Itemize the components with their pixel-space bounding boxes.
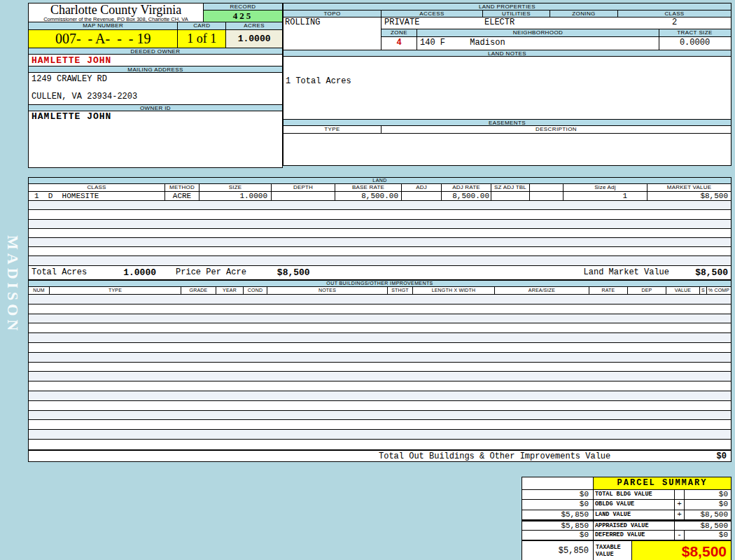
neighborhood-code: 140 F — [420, 38, 445, 48]
col-length-width: LENGTH X WIDTH — [413, 287, 495, 294]
cell-adj-rate: 8,500.00 — [442, 192, 491, 200]
county-title: Charlotte County Virginia — [29, 4, 203, 16]
prior-value: $0 — [522, 500, 594, 509]
record-label: RECORD — [204, 4, 282, 10]
row-operator: + — [675, 510, 685, 519]
col-type: TYPE — [50, 287, 181, 294]
access-value: PRIVATE — [382, 18, 483, 29]
land-totals-row: Total Acres 1.0000 Price Per Acre $8,500… — [29, 266, 731, 279]
taxable-label: TAXABLE VALUE — [594, 541, 632, 560]
card-label: CARD — [178, 22, 226, 29]
col-dep: DEP — [628, 287, 666, 294]
out-buildings-header-row: NUM TYPE GRADE YEAR COND NOTES STHGT LEN… — [29, 287, 731, 295]
access-label: ACCESS — [382, 10, 483, 17]
card-value[interactable]: 1 of 1 — [178, 30, 226, 48]
ob-empty-row — [29, 295, 731, 304]
col-pct-comp: % COMP — [707, 287, 731, 294]
row-label: APPRAISED VALUE — [594, 522, 675, 529]
row-label: OBLDG VALUE — [594, 500, 675, 509]
owner-id-label: OWNER ID — [29, 104, 282, 111]
land-table-empty-row — [29, 210, 731, 219]
neighborhood-name: Madison — [470, 38, 505, 48]
ob-empty-row — [29, 391, 731, 401]
price-per-acre-value: $8,500 — [277, 267, 310, 278]
cell-method: ACRE — [165, 192, 200, 200]
row-value: $0 — [685, 490, 731, 499]
land-table-empty-row — [29, 220, 731, 229]
ob-empty-row — [29, 411, 731, 421]
col-base-rate: BASE RATE — [335, 184, 402, 191]
parcel-summary-title: PARCEL SUMMARY — [594, 477, 731, 489]
taxable-value: $8,500 — [632, 541, 731, 560]
neighborhood-label: NEIGHBORHOOD — [417, 29, 659, 36]
ob-total-label: Total Out Buildings & Other Improvements… — [379, 451, 610, 461]
mailing-address-line1: 1249 CRAWLEY RD — [31, 74, 279, 84]
ps-row-deferred: $0 DEFERRED VALUE - $0 — [522, 531, 731, 540]
land-table-title: LAND — [29, 178, 731, 184]
map-number-value[interactable]: 007- - A- - - 19 — [29, 30, 178, 48]
col-size: SIZE — [200, 184, 272, 191]
tract-size-value: 0.0000 — [659, 37, 730, 50]
land-table-empty-row — [29, 229, 731, 238]
topo-value: ROLLING — [284, 18, 382, 29]
ps-row-appraised: $5,850 APPRAISED VALUE $8,500 — [522, 520, 731, 530]
out-buildings-title: OUT BUILDINGS/OTHER IMPROVEMENTS — [29, 281, 731, 287]
zone-value: 4 — [382, 37, 417, 50]
ps-prior-header-cell — [522, 477, 594, 489]
cell-base-rate: 8,500.00 — [335, 192, 402, 200]
ob-empty-row — [29, 430, 731, 440]
ob-empty-row — [29, 353, 731, 363]
total-acres-label: Total Acres — [31, 267, 87, 277]
ps-row-land: $5,850 LAND VALUE + $8,500 — [522, 510, 731, 520]
cell-class: 1 D HOMESITE — [29, 192, 165, 200]
row-operator: - — [675, 531, 685, 540]
topo-label: TOPO — [284, 10, 382, 17]
prior-value: $0 — [522, 531, 594, 540]
land-table-row: 1 D HOMESITE ACRE 1.0000 8,500.00 8,500.… — [29, 192, 731, 201]
ob-empty-row — [29, 363, 731, 372]
owner-id-value: HAMLETTE JOHN — [29, 111, 282, 122]
land-table-empty-row — [29, 238, 731, 247]
row-operator: + — [675, 500, 685, 509]
easement-description-label: DESCRIPTION — [382, 126, 731, 133]
col-market-value: MARKET VALUE — [648, 184, 731, 191]
record-value[interactable]: 425 — [204, 10, 282, 22]
cell-sz-adj-tbl — [491, 192, 530, 200]
col-year: YEAR — [216, 287, 244, 294]
topo-cell-extension — [284, 29, 382, 50]
prior-value: $5,850 — [522, 522, 594, 529]
col-blank — [530, 184, 564, 191]
property-record-card-app: { "colors": { "page_bg": "#b2d7e0", "sec… — [0, 0, 735, 560]
mailing-address-label: MAILING ADDRESS — [29, 66, 282, 73]
col-area-size: AREA/SIZE — [495, 287, 589, 294]
ob-empty-row — [29, 372, 731, 382]
prior-value: $0 — [522, 490, 594, 499]
easement-type-label: TYPE — [284, 126, 382, 133]
cell-market-value: $8,500 — [648, 192, 731, 200]
row-label: LAND VALUE — [594, 510, 675, 519]
col-sz-adj-tbl: SZ ADJ TBL — [491, 184, 530, 191]
ob-empty-row — [29, 323, 731, 333]
col-sthgt: STHGT — [388, 287, 413, 294]
row-operator — [675, 490, 685, 499]
zone-label: ZONE — [382, 29, 417, 36]
neighborhood-value: 140 F Madison — [417, 37, 659, 50]
col-s: S — [700, 287, 707, 294]
col-rate: RATE — [589, 287, 628, 294]
land-properties-title: LAND PROPERTIES — [284, 4, 731, 10]
zoning-value — [550, 18, 618, 29]
land-table-empty-row — [29, 247, 731, 256]
row-operator — [675, 522, 685, 529]
deeded-owner-label: DEEDED OWNER — [29, 48, 282, 55]
county-header: Charlotte County Virginia Commissioner o… — [29, 4, 203, 22]
col-value: VALUE — [666, 287, 700, 294]
ob-empty-row — [29, 333, 731, 343]
land-table: LAND CLASS METHOD SIZE DEPTH BASE RATE A… — [28, 177, 732, 280]
taxable-label-line1: TAXABLE — [596, 544, 631, 551]
land-market-value-label: Land Market Value — [584, 267, 669, 277]
ob-total-value: $0 — [717, 451, 727, 461]
tract-size-label: TRACT SIZE — [659, 29, 730, 36]
acres-value: 1.0000 — [226, 30, 282, 48]
row-value: $0 — [685, 531, 731, 540]
cell-blank — [530, 192, 564, 200]
